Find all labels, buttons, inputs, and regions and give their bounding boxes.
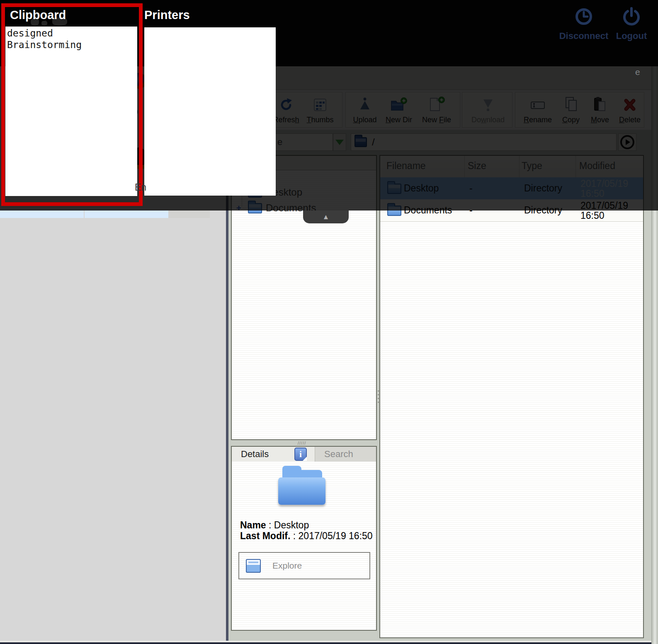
detail-modified-value: 2017/05/19 16:50 <box>299 530 373 541</box>
explore-label: Explore <box>272 561 302 571</box>
tab-search[interactable]: Search <box>315 447 376 462</box>
detail-name-label: Name <box>240 520 266 530</box>
tab-search-label: Search <box>324 449 353 460</box>
tab-details-label: Details <box>241 449 269 460</box>
info-icon: i <box>294 448 307 461</box>
overlay-text-fragment: En <box>135 182 146 193</box>
logout-button[interactable]: Logout <box>613 7 650 41</box>
title-strip-text-fragment: e <box>635 67 640 77</box>
bottom-edge-dark <box>0 642 658 644</box>
explore-button[interactable]: Explore <box>238 552 370 579</box>
logout-icon <box>622 7 641 29</box>
file-table-panel: Filename Size Type Modified Desktop - Di… <box>379 155 644 638</box>
selected-folder-icon <box>278 466 326 506</box>
clipboard-textarea[interactable]: designed Brainstorming <box>5 27 137 196</box>
details-tabs: Details Search i <box>232 447 376 462</box>
horizontal-splitter[interactable]: ///// <box>298 441 314 445</box>
background-band-grey <box>168 211 210 218</box>
clipboard-title: Clipboard <box>10 8 66 22</box>
background-selection-band <box>0 211 84 218</box>
logout-label: Logout <box>616 31 647 41</box>
detail-modified-label: Last Modif. <box>240 530 290 541</box>
disconnect-label: Disconnect <box>559 31 609 41</box>
disconnect-button[interactable]: Disconnect <box>558 7 609 41</box>
menu-collapse-handle[interactable]: ▲ <box>303 211 349 223</box>
background-selection-band <box>85 211 168 218</box>
detail-name-line: Name : Desktop <box>240 520 309 531</box>
disconnect-icon <box>574 7 594 29</box>
printers-title: Printers <box>144 8 190 22</box>
screen: b Refresh Thumbs Upload New Dir <box>0 0 658 644</box>
explore-icon <box>246 559 261 573</box>
detail-name-value: Desktop <box>274 520 309 530</box>
collapse-arrow-icon: ▲ <box>323 213 330 221</box>
detail-modified-line: Last Modif. : 2017/05/19 16:50 <box>240 530 373 542</box>
printers-panel[interactable] <box>144 27 276 196</box>
details-panel: Details Search i Name : Desktop Last Mod… <box>231 446 377 631</box>
